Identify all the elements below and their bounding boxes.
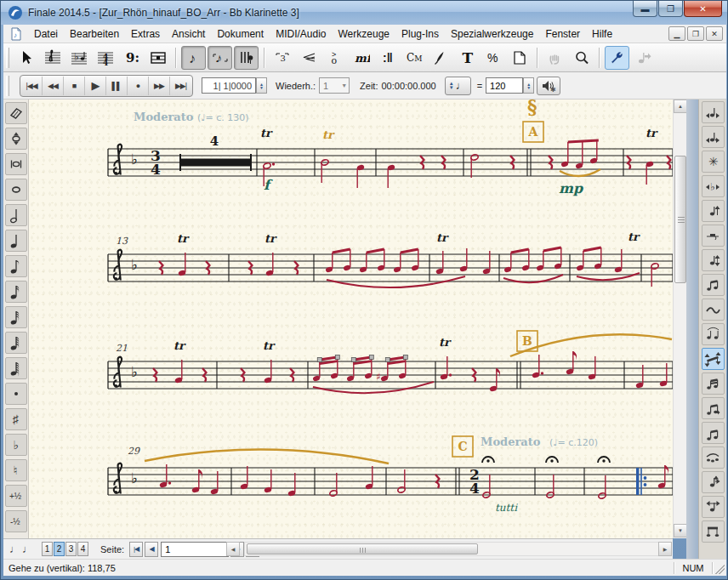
- tie-tool-button[interactable]: [702, 299, 725, 321]
- score-page[interactable]: ♭344Moderato(♩= c. 130)trtrtrfmpA§♭13trt…: [29, 100, 673, 538]
- pitch-tool-button[interactable]: [5, 128, 27, 150]
- eighth-note-button[interactable]: [5, 255, 27, 277]
- lyrics-tool-button[interactable]: [428, 46, 452, 70]
- thirtysecond-note-button[interactable]: [5, 306, 27, 328]
- view-note-icon[interactable]: ♩: [9, 543, 20, 555]
- resize-grip[interactable]: [713, 562, 725, 574]
- layer-1-button[interactable]: 1: [42, 542, 53, 556]
- measure-tool-button[interactable]: [145, 46, 170, 70]
- smart-shape-tool-button[interactable]: [296, 46, 321, 70]
- pause-button[interactable]: ▌▌: [106, 77, 128, 95]
- tuplet-shape-tool-button[interactable]: [702, 323, 725, 345]
- rest-position-tool-button[interactable]: [702, 225, 725, 247]
- chord-tool-button[interactable]: CM7: [401, 46, 426, 70]
- slur-shape-tool-button[interactable]: [702, 446, 725, 469]
- secondary-beam-angle-tool-button[interactable]: [702, 372, 725, 395]
- skip-to-start-button[interactable]: |◀◀: [21, 77, 43, 95]
- natural-button[interactable]: ♮: [5, 459, 27, 481]
- note-position-tool-button[interactable]: [702, 101, 725, 123]
- key-signature-tool-button[interactable]: ♭: [66, 46, 91, 70]
- beam-angle-tool-button[interactable]: [702, 348, 725, 370]
- layer-3-button[interactable]: 3: [65, 542, 77, 556]
- menu-ansicht[interactable]: Ansicht: [166, 26, 211, 43]
- flat-button[interactable]: ♭: [5, 434, 27, 456]
- sharp-button[interactable]: ♯: [5, 408, 27, 430]
- stem-length-tool-button[interactable]: [702, 274, 725, 296]
- note-spacing-tool-button[interactable]: [702, 496, 725, 518]
- first-page-button[interactable]: |◀: [129, 542, 143, 557]
- tuplet-tool-button[interactable]: 3: [270, 46, 294, 70]
- close-button[interactable]: ✕: [684, 1, 722, 17]
- transport-grip[interactable]: [6, 76, 9, 96]
- special-tools-tool-button[interactable]: [605, 46, 629, 70]
- fast-forward-button[interactable]: ▶▶: [149, 77, 170, 95]
- simple-entry-tool-button[interactable]: ♪: [181, 46, 206, 70]
- counter-spinner[interactable]: ▲▼: [256, 77, 267, 94]
- sixteenth-note-button[interactable]: [5, 281, 27, 303]
- half-note-button[interactable]: [5, 204, 27, 226]
- hundredtwentyeighth-note-button[interactable]: [5, 357, 27, 379]
- repeat-select[interactable]: 1▼: [319, 77, 350, 94]
- minus-half-step-button[interactable]: -½: [5, 510, 27, 532]
- augmentation-dot-button[interactable]: [5, 383, 27, 405]
- articulation-tool-button[interactable]: >o: [322, 46, 347, 70]
- menu-spezialwerkzeuge[interactable]: Spezialwerkzeuge: [445, 26, 539, 43]
- plus-half-step-button[interactable]: +½: [5, 485, 27, 507]
- beam-direction-tool-button[interactable]: [702, 397, 725, 419]
- whole-note-button[interactable]: [5, 179, 27, 201]
- text-tool-button[interactable]: T: [454, 46, 479, 70]
- staff-tool-button[interactable]: [40, 46, 65, 70]
- notehead-position-tool-button[interactable]: [702, 126, 725, 148]
- hscroll-left-button[interactable]: ◀: [226, 542, 240, 556]
- expression-tool-button[interactable]: mf: [349, 46, 373, 70]
- prev-page-button[interactable]: ◀: [145, 542, 158, 557]
- page-input[interactable]: [161, 542, 229, 557]
- play-button[interactable]: ▶: [85, 77, 106, 95]
- horizontal-scrollbar[interactable]: [244, 542, 663, 556]
- accidental-position-tool-button[interactable]: ♭: [702, 175, 725, 197]
- eraser-tool-button[interactable]: [5, 102, 27, 124]
- toolbar-grip[interactable]: [6, 48, 9, 68]
- title-bar[interactable]: Finale 2014.5 - [Zur_Rhön_hinauf_BO_Arr …: [1, 1, 728, 25]
- mdi-minimize-button[interactable]: ▁: [668, 26, 685, 41]
- menu-bearbeiten[interactable]: Bearbeiten: [64, 26, 125, 43]
- mdi-restore-button[interactable]: ❐: [687, 26, 704, 41]
- playback-counter[interactable]: 1| 1|0000: [202, 77, 256, 94]
- layer-4-button[interactable]: 4: [77, 542, 88, 556]
- tempo-input[interactable]: [486, 77, 523, 94]
- selection-tool-button[interactable]: [14, 46, 38, 70]
- repeat-tool-button[interactable]: :‖: [375, 46, 400, 70]
- hyperscribe-tool-button[interactable]: [234, 46, 259, 70]
- page-layout-tool-button[interactable]: [507, 46, 532, 70]
- audio-settings-button[interactable]: ✱: [537, 77, 560, 95]
- vertical-scroll-thumb[interactable]: [674, 156, 686, 283]
- note-arrow-tool-button[interactable]: [702, 471, 725, 493]
- menu-plug-ins[interactable]: Plug-Ins: [395, 26, 445, 43]
- resize-tool-button[interactable]: %: [481, 46, 505, 70]
- stop-button[interactable]: ■: [64, 77, 85, 95]
- skip-to-end-button[interactable]: ▶▶|: [170, 77, 191, 95]
- note-shift-tool-button[interactable]: [702, 200, 725, 222]
- percussion-notehead-tool-button[interactable]: ✳: [702, 151, 725, 173]
- menu-hilfe[interactable]: Hilfe: [586, 26, 618, 43]
- menu-extras[interactable]: Extras: [125, 26, 166, 43]
- horizontal-scroll-thumb[interactable]: [247, 543, 478, 554]
- speedy-entry-tool-button[interactable]: ♪: [208, 46, 232, 70]
- quarter-note-button[interactable]: [5, 230, 27, 252]
- hscroll-right-button[interactable]: ▶: [658, 542, 672, 556]
- clef-tool-button[interactable]: 9:: [119, 46, 144, 70]
- time-signature-tool-button[interactable]: 44: [93, 46, 117, 70]
- zoom-tool-button[interactable]: [569, 46, 594, 70]
- vertical-scrollbar[interactable]: ▲ ▼: [673, 100, 686, 538]
- record-button[interactable]: ●: [128, 77, 149, 95]
- menu-werkzeuge[interactable]: Werkzeuge: [333, 26, 395, 43]
- scroll-up-button[interactable]: ▲: [674, 100, 687, 113]
- minimize-button[interactable]: ▬: [633, 1, 657, 17]
- rewind-button[interactable]: ◀◀: [43, 77, 64, 95]
- secondary-beam-break-tool-button[interactable]: [702, 422, 725, 444]
- view-note-icon[interactable]: ♩: [22, 543, 33, 555]
- menu-midi-audio[interactable]: MIDI/Audio: [270, 26, 332, 43]
- stem-direction-tool-button[interactable]: [702, 249, 725, 271]
- maximize-button[interactable]: ❐: [658, 1, 683, 17]
- sixtyfourth-note-button[interactable]: [5, 332, 27, 354]
